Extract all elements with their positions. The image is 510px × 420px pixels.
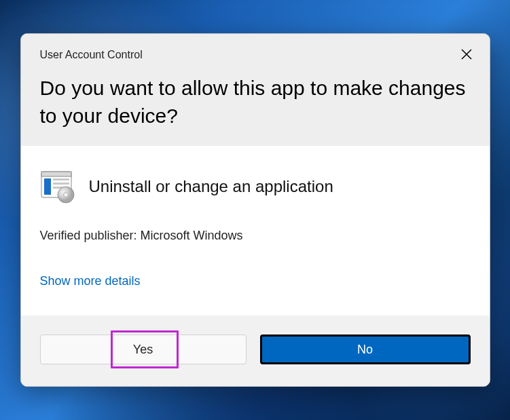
dialog-header: User Account Control Do you want to allo… [21,34,490,146]
svg-rect-1 [41,172,71,176]
close-icon [461,49,472,60]
dialog-footer: Yes No [21,316,490,386]
show-more-details-link[interactable]: Show more details [40,274,141,288]
uac-dialog: User Account Control Do you want to allo… [20,33,490,387]
dialog-heading: Do you want to allow this app to make ch… [40,75,471,130]
yes-button[interactable]: Yes [40,335,247,364]
programs-features-icon [40,169,75,204]
dialog-body: Uninstall or change an application Verif… [21,146,490,316]
svg-rect-3 [53,178,69,180]
svg-rect-4 [53,183,69,185]
svg-point-7 [63,193,68,197]
svg-rect-2 [44,178,51,195]
close-button[interactable] [456,43,477,65]
app-name: Uninstall or change an application [89,177,333,196]
dialog-title: User Account Control [40,49,471,61]
app-row: Uninstall or change an application [40,169,471,204]
no-button[interactable]: No [260,335,471,364]
publisher-text: Verified publisher: Microsoft Windows [40,229,471,243]
